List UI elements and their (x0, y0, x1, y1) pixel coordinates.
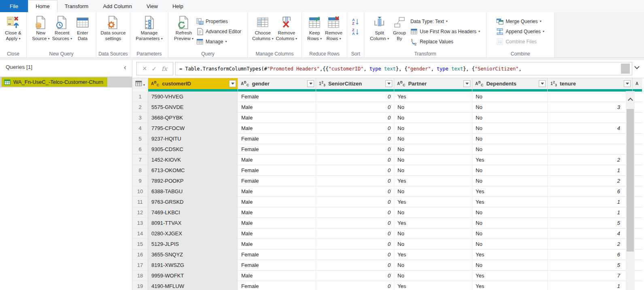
cell-SeniorCitizen[interactable]: 0 (316, 281, 394, 290)
cell-Partner[interactable]: No (394, 165, 472, 176)
cell-customerID[interactable]: 8091-TTVAX (148, 218, 238, 228)
row-number[interactable]: 11 (132, 197, 148, 207)
cell-Dependents[interactable]: No (472, 92, 548, 102)
append-queries-button[interactable]: Append Queries▾ (495, 26, 546, 36)
cell-Dependents[interactable]: No (472, 239, 548, 249)
cell-Partner[interactable]: No (394, 144, 472, 155)
cell-tenure[interactable]: 2 (548, 176, 633, 186)
column-header-partner[interactable]: ABCPartner (394, 78, 472, 89)
cell-SeniorCitizen[interactable]: 0 (316, 197, 394, 207)
cell-Dependents[interactable]: Yes (472, 186, 548, 197)
combine-files-button[interactable]: Combine Files (495, 36, 546, 47)
formula-commit-button[interactable]: ✓ (151, 65, 157, 72)
cell-gender[interactable]: Male (238, 207, 316, 218)
row-number[interactable]: 13 (132, 218, 148, 228)
cell-SeniorCitizen[interactable]: 0 (316, 155, 394, 165)
cell-gender[interactable]: Male (238, 123, 316, 134)
scrollbar-thumb[interactable] (627, 109, 634, 252)
manage-parameters-button[interactable]: ManageParameters ▾ (134, 14, 164, 42)
cell-gender[interactable]: Male (238, 228, 316, 239)
cell-gender[interactable]: Female (238, 92, 316, 102)
query-list-item[interactable]: WA_Fn-UseC_-Telco-Customer-Churn (0, 77, 132, 87)
remove-columns-button[interactable]: RemoveColumns ▾ (275, 14, 299, 42)
formula-cancel-button[interactable]: × (142, 64, 147, 73)
sidebar-collapse-icon[interactable]: ‹ (124, 65, 126, 70)
merge-queries-button[interactable]: Merge Queries▾ (495, 16, 546, 26)
cell-Partner[interactable]: Yes (394, 249, 472, 260)
cell-Dependents[interactable]: Yes (472, 249, 548, 260)
split-column-button[interactable]: SplitColumn ▾ (369, 14, 390, 42)
cell-Partner[interactable]: No (394, 207, 472, 218)
cell-customerID[interactable]: 9305-CDSKC (148, 144, 238, 155)
cell-tenure[interactable]: 6 (548, 249, 633, 260)
cell-Partner[interactable]: Yes (394, 281, 472, 290)
column-header-gender[interactable]: ABCgender (238, 78, 316, 89)
filter-dropdown-icon[interactable] (463, 80, 470, 87)
cell-gender[interactable]: Female (238, 281, 316, 290)
enter-data-button[interactable]: EnterData (73, 14, 92, 41)
cell-Dependents[interactable]: No (472, 260, 548, 271)
cell-SeniorCitizen[interactable]: 0 (316, 260, 394, 271)
cell-customerID[interactable]: 3655-SNQYZ (148, 249, 238, 260)
cell-customerID[interactable]: 6388-TABGU (148, 186, 238, 197)
cell-Partner[interactable]: Yes (394, 92, 472, 102)
cell-customerID[interactable]: 7590-VHVEG (148, 92, 238, 102)
cell-customerID[interactable]: 8191-XWSZG (148, 260, 238, 271)
remove-rows-button[interactable]: RemoveRows ▾ (324, 14, 344, 42)
partial-column-header[interactable]: A (633, 78, 642, 89)
cell-Partner[interactable]: Yes (394, 197, 472, 207)
sort-za-icon-button[interactable]: ZA (351, 26, 361, 36)
data-type-text-button[interactable]: Data Type: Text▾ (409, 16, 482, 26)
filter-dropdown-icon[interactable] (229, 80, 236, 87)
cell-tenure[interactable]: 2 (548, 239, 633, 249)
row-number[interactable]: 16 (132, 249, 148, 260)
row-number[interactable]: 1 (132, 92, 148, 102)
cell-Dependents[interactable]: No (472, 207, 548, 218)
cell-SeniorCitizen[interactable]: 0 (316, 123, 394, 134)
cell-Dependents[interactable]: No (472, 144, 548, 155)
row-number[interactable]: 5 (132, 134, 148, 144)
cell-customerID[interactable]: 9763-GRSKD (148, 197, 238, 207)
cell-SeniorCitizen[interactable]: 0 (316, 218, 394, 228)
cell-tenure[interactable]: 2 (548, 155, 633, 165)
filter-dropdown-icon[interactable] (307, 80, 314, 87)
cell-tenure[interactable] (548, 92, 633, 102)
column-header-seniorcitizen[interactable]: 123SeniorCitizen (316, 78, 394, 89)
cell-Dependents[interactable]: No (472, 218, 548, 228)
cell-Dependents[interactable]: Yes (472, 271, 548, 281)
cell-customerID[interactable]: 0280-XJGEX (148, 228, 238, 239)
scroll-up-icon[interactable] (626, 96, 635, 104)
vertical-scrollbar[interactable] (626, 91, 635, 290)
cell-Dependents[interactable]: No (472, 123, 548, 134)
cell-Partner[interactable]: No (394, 123, 472, 134)
choose-columns-button[interactable]: ChooseColumns ▾ (251, 14, 275, 42)
cell-customerID[interactable]: 7892-POOKP (148, 176, 238, 186)
cell-Dependents[interactable]: Yes (472, 197, 548, 207)
column-header-dependents[interactable]: ABCDependents (472, 78, 548, 89)
cell-Partner[interactable]: No (394, 102, 472, 113)
column-header-customerid[interactable]: ABCcustomerID (148, 78, 238, 89)
use-first-row-as-headers-button[interactable]: Use First Row as Headers▾ (409, 26, 482, 36)
cell-Partner[interactable]: No (394, 113, 472, 123)
cell-Partner[interactable]: No (394, 228, 472, 239)
cell-tenure[interactable]: 5 (548, 260, 633, 271)
row-number[interactable]: 9 (132, 176, 148, 186)
keep-rows-button[interactable]: KeepRows ▾ (305, 14, 324, 42)
tab-view[interactable]: View (139, 0, 165, 12)
cell-Dependents[interactable]: Yes (472, 281, 548, 290)
group-by-button[interactable]: GroupBy (390, 14, 409, 41)
cell-SeniorCitizen[interactable]: 0 (316, 134, 394, 144)
cell-tenure[interactable]: 3 (548, 102, 633, 113)
cell-customerID[interactable]: 1452-KIOVK (148, 155, 238, 165)
row-number[interactable]: 2 (132, 102, 148, 113)
cell-SeniorCitizen[interactable]: 0 (316, 102, 394, 113)
tab-transform[interactable]: Transform (57, 0, 96, 12)
column-header-tenure[interactable]: 123tenure (548, 78, 633, 89)
row-number[interactable]: 19 (132, 281, 148, 290)
cell-gender[interactable]: Male (238, 239, 316, 249)
row-number[interactable]: 6 (132, 144, 148, 155)
row-number[interactable]: 4 (132, 123, 148, 134)
cell-Partner[interactable]: No (394, 239, 472, 249)
tab-file[interactable]: File (0, 0, 28, 12)
row-number[interactable]: 10 (132, 186, 148, 197)
